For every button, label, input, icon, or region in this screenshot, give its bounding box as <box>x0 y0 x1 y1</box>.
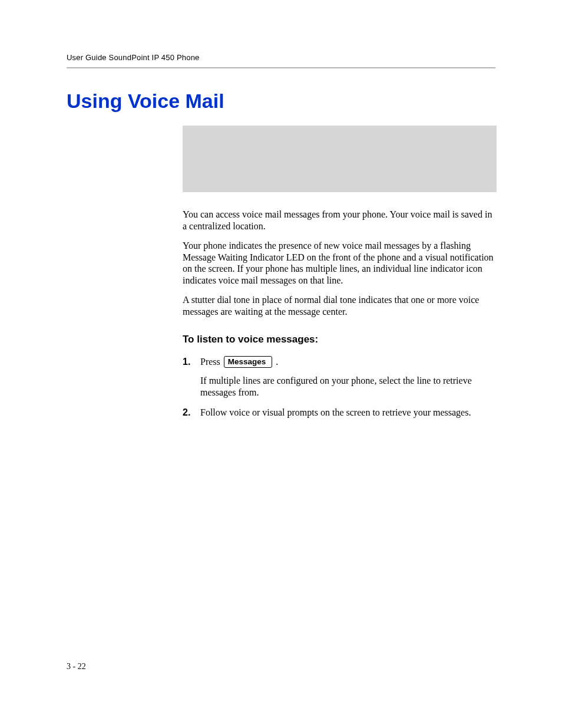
note-box-placeholder <box>183 126 497 192</box>
running-head: User Guide SoundPoint IP 450 Phone <box>67 53 495 68</box>
intro-paragraph-2: Your phone indicates the presence of new… <box>183 240 497 286</box>
page-title: Using Voice Mail <box>67 90 495 113</box>
intro-paragraph-1: You can access voice mail messages from … <box>183 209 497 232</box>
page-number: 3 - 22 <box>67 662 86 671</box>
body-column: You can access voice mail messages from … <box>183 126 497 419</box>
step-1-press-label: Press <box>200 356 220 368</box>
steps-list: Press Messages . If multiple lines are c… <box>183 356 497 419</box>
step-1-line: Press Messages . <box>200 356 497 368</box>
intro-paragraph-3: A stutter dial tone in place of normal d… <box>183 294 497 317</box>
messages-button-icon: Messages <box>224 356 273 368</box>
page: User Guide SoundPoint IP 450 Phone Using… <box>0 0 562 728</box>
step-1-subtext: If multiple lines are configured on your… <box>200 375 497 398</box>
step-1: Press Messages . If multiple lines are c… <box>183 356 497 398</box>
subheading-listen: To listen to voice messages: <box>183 334 497 345</box>
step-1-period: . <box>276 356 278 368</box>
step-2: Follow voice or visual prompts on the sc… <box>183 407 497 419</box>
